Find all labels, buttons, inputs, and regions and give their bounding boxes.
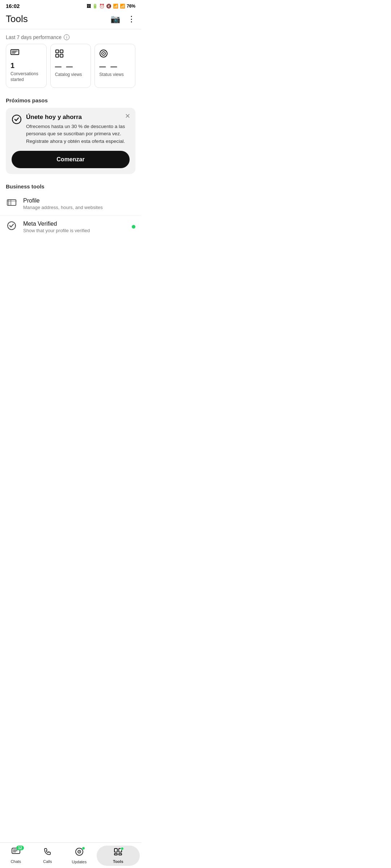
performance-label: Last 7 days performance i: [0, 29, 141, 44]
next-steps-heading: Próximos pasos: [0, 94, 141, 106]
profile-icon: [6, 198, 17, 209]
stat-card-conversations: 1 Conversations started: [6, 44, 47, 88]
status-views-value: — —: [99, 63, 131, 71]
camera-icon[interactable]: 📷: [110, 14, 120, 24]
header-actions: 📷 ⋮: [110, 14, 135, 24]
stat-card-catalog: — — Catalog views: [50, 44, 91, 88]
more-options-icon[interactable]: ⋮: [127, 14, 135, 24]
wifi-icon: 📶: [113, 4, 118, 9]
svg-rect-7: [60, 54, 63, 57]
meta-verified-info: Meta Verified Show that your profile is …: [23, 221, 126, 233]
stat-card-status: — — Status views: [94, 44, 135, 88]
tool-item-meta-verified[interactable]: Meta Verified Show that your profile is …: [0, 215, 141, 238]
svg-rect-5: [60, 50, 63, 53]
info-icon[interactable]: i: [64, 34, 70, 40]
tool-item-profile[interactable]: Profile Manage address, hours, and websi…: [0, 192, 141, 215]
promo-start-button[interactable]: Comenzar: [12, 151, 130, 168]
conversations-icon: [10, 49, 42, 59]
catalog-icon: [55, 49, 87, 60]
page-header: Tools 📷 ⋮: [0, 10, 141, 29]
profile-desc: Manage address, hours, and websites: [23, 205, 135, 210]
stats-row: 1 Conversations started — — Catalog view…: [0, 44, 141, 94]
status-time: 16:02: [6, 3, 20, 9]
status-views-icon: [99, 49, 131, 60]
profile-name: Profile: [23, 197, 135, 204]
promo-badge-icon: [12, 114, 22, 127]
conversations-value: 1: [10, 61, 42, 70]
promo-card: ✕ Únete hoy y ahorra Ofrecemos hasta un …: [6, 108, 135, 174]
performance-label-text: Last 7 days performance: [6, 34, 62, 40]
status-views-label: Status views: [99, 72, 131, 78]
battery-icon: 🔋: [92, 4, 98, 9]
promo-body: Ofrecemos hasta un 30 % de descuento a l…: [26, 123, 130, 145]
page-title: Tools: [6, 13, 28, 25]
status-bar: 16:02 🖼 🔋 ⏰ 🔇 📶 📶 76%: [0, 0, 141, 10]
status-icons: 🖼 🔋 ⏰ 🔇 📶 📶 76%: [87, 4, 135, 9]
signal-icon: 📶: [120, 4, 125, 9]
svg-rect-4: [56, 50, 59, 53]
mute-icon: 🔇: [106, 4, 112, 9]
promo-title: Únete hoy y ahorra: [26, 114, 130, 121]
alarm-icon: ⏰: [99, 4, 105, 9]
svg-point-10: [103, 53, 104, 54]
svg-rect-14: [9, 200, 11, 205]
verified-icon: [6, 221, 17, 233]
promo-close-button[interactable]: ✕: [125, 113, 130, 119]
meta-verified-desc: Show that your profile is verified: [23, 228, 126, 233]
conversations-label: Conversations started: [10, 71, 42, 82]
meta-verified-dot: [132, 225, 135, 229]
meta-verified-name: Meta Verified: [23, 221, 126, 227]
svg-rect-6: [56, 54, 59, 57]
battery-percent: 76%: [127, 4, 135, 9]
profile-info: Profile Manage address, hours, and websi…: [23, 197, 135, 210]
catalog-label: Catalog views: [55, 72, 87, 78]
gallery-icon: 🖼: [87, 4, 91, 9]
business-tools-heading: Business tools: [0, 180, 141, 192]
catalog-value: — —: [55, 63, 87, 71]
promo-header: Únete hoy y ahorra Ofrecemos hasta un 30…: [12, 114, 130, 145]
